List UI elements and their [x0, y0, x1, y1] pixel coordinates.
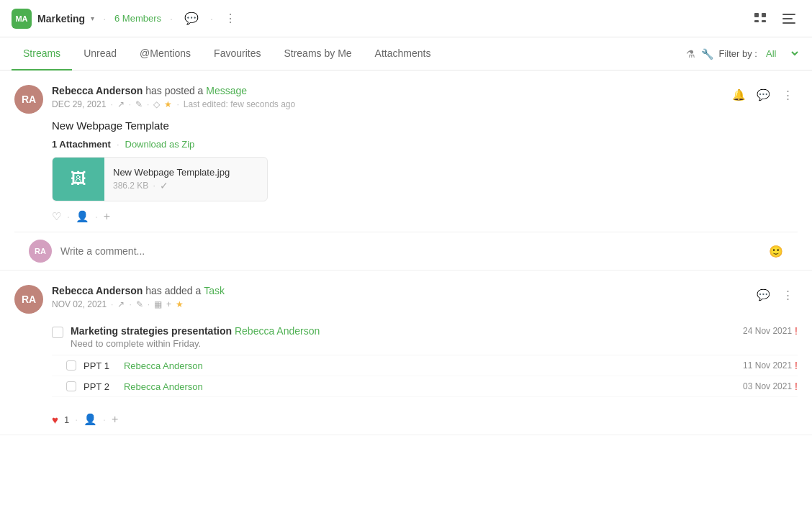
- post2-actions: 💬 ⋮: [753, 285, 798, 305]
- attachment-thumbnail: 🖼: [53, 158, 104, 201]
- image-icon: 🖼: [71, 170, 86, 188]
- attachment-info: New Webpage Template.jpg 386.2 KB · ✓: [104, 161, 238, 197]
- post1-title: New Webpage Template: [52, 119, 798, 132]
- post1-comment-box: RA 🙂: [14, 232, 798, 270]
- post2-external-link-icon[interactable]: ↗: [117, 299, 125, 309]
- tab-unread[interactable]: Unread: [72, 37, 128, 71]
- post1-add-reaction[interactable]: +: [104, 210, 110, 223]
- header-right: [749, 7, 800, 30]
- post1-more-icon[interactable]: ⋮: [777, 85, 798, 105]
- main-task-checkbox[interactable]: [52, 327, 63, 338]
- post2-more-icon[interactable]: ⋮: [777, 285, 798, 305]
- post2-plus-icon[interactable]: +: [166, 299, 171, 309]
- post2-add-reaction[interactable]: +: [112, 413, 118, 426]
- post2-heart-reaction[interactable]: ♥: [52, 414, 58, 426]
- comment-input[interactable]: [60, 245, 760, 257]
- filter-label: Filter by :: [719, 48, 757, 59]
- chat-icon[interactable]: 💬: [181, 9, 202, 28]
- header-left: MA Marketing ▾ · 6 Members · 💬 · ⋮: [12, 9, 749, 29]
- post2-reactions: ♥ 1 · 👤 · +: [52, 413, 798, 435]
- attachment-size: 386.2 KB · ✓: [113, 180, 230, 191]
- priority-icon: !: [795, 325, 798, 337]
- post1-author: Rebecca Anderson: [52, 85, 143, 96]
- subtask2-priority-icon: !: [795, 381, 798, 392]
- main-task: Marketing strategies presentation Rebecc…: [52, 319, 798, 355]
- post1-header: RA Rebecca Anderson has posted a Message…: [14, 85, 798, 114]
- post2-header: RA Rebecca Anderson has added a Task NOV…: [14, 285, 798, 314]
- post1-attachment-label: 1 Attachment · Download as Zip: [52, 139, 798, 150]
- post2-task-add-icon[interactable]: ▦: [154, 299, 162, 309]
- filter-settings-icon[interactable]: 🔧: [701, 48, 713, 60]
- post1-date: DEC 29, 2021: [52, 99, 106, 109]
- attachment-check-icon: ✓: [160, 180, 168, 191]
- post1-action: has posted a: [145, 85, 206, 96]
- tabs-filter: ⚗ 🔧 Filter by : All Mine Team: [686, 47, 800, 60]
- post-task: RA Rebecca Anderson has added a Task NOV…: [0, 271, 812, 435]
- post1-comment-icon[interactable]: 💬: [753, 85, 773, 105]
- svg-rect-3: [762, 20, 766, 22]
- post2-meta: Rebecca Anderson has added a Task NOV 02…: [52, 285, 753, 309]
- subtask1-due: 11 Nov 2021 !: [743, 360, 798, 371]
- post1-avatar: RA: [14, 85, 43, 114]
- post1-content: New Webpage Template 1 Attachment · Down…: [52, 119, 798, 201]
- filter-icon[interactable]: ⚗: [686, 48, 695, 60]
- post1-author-line: Rebecca Anderson has posted a Message: [52, 85, 728, 96]
- tab-attachments[interactable]: Attachments: [364, 37, 443, 71]
- subtask2-checkbox[interactable]: [66, 381, 76, 391]
- workspace-avatar: MA: [12, 9, 32, 29]
- subtask1-assignee: Rebecca Anderson: [124, 360, 203, 371]
- post2-content: Marketing strategies presentation Rebecc…: [52, 319, 798, 406]
- post2-action: has added a: [145, 285, 204, 296]
- svg-rect-0: [754, 13, 759, 17]
- svg-rect-6: [782, 22, 795, 24]
- tabs-bar: Streams Unread @Mentions Favourites Stre…: [0, 37, 812, 71]
- subtask2-due: 03 Nov 2021 !: [743, 381, 798, 392]
- svg-rect-1: [762, 13, 766, 17]
- post1-alarm-icon[interactable]: 🔔: [728, 85, 749, 105]
- attachment-name: New Webpage Template.jpg: [113, 167, 230, 178]
- post1-heart-reaction[interactable]: ♡: [52, 210, 61, 223]
- post1-date-line: DEC 29, 2021 · ↗ · ✎ · ◇ ★ · Last edited…: [52, 99, 728, 109]
- app-header: MA Marketing ▾ · 6 Members · 💬 · ⋮: [0, 0, 812, 37]
- commenter-avatar: RA: [29, 240, 52, 263]
- post2-author-line: Rebecca Anderson has added a Task: [52, 285, 753, 296]
- filter-select[interactable]: All Mine Team: [763, 47, 800, 60]
- post1-actions: 🔔 💬 ⋮: [728, 85, 798, 105]
- svg-rect-4: [782, 14, 795, 15]
- post2-comment-icon[interactable]: 💬: [753, 285, 773, 305]
- subtask-2: PPT 2 Rebecca Anderson 03 Nov 2021 !: [52, 376, 798, 397]
- tab-mentions[interactable]: @Mentions: [128, 37, 202, 71]
- subtask-1: PPT 1 Rebecca Anderson 11 Nov 2021 !: [52, 355, 798, 376]
- tab-streams-by-me[interactable]: Streams by Me: [272, 37, 363, 71]
- post1-bookmark-icon[interactable]: ◇: [153, 99, 160, 109]
- emoji-picker-icon[interactable]: 🙂: [769, 245, 783, 258]
- post2-person-reaction[interactable]: 👤: [84, 413, 97, 426]
- post1-star-icon[interactable]: ★: [164, 99, 172, 109]
- members-link[interactable]: 6 Members: [114, 13, 161, 24]
- more-options-icon[interactable]: ⋮: [222, 9, 239, 28]
- hamburger-menu-icon[interactable]: [777, 7, 800, 30]
- post2-date-line: NOV 02, 2021 · ↗ · ✎ · ▦ + ★: [52, 299, 753, 309]
- main-task-content: Marketing strategies presentation Rebecc…: [71, 325, 736, 349]
- svg-rect-5: [782, 18, 793, 19]
- tab-favourites[interactable]: Favourites: [202, 37, 272, 71]
- post1-download-zip[interactable]: Download as Zip: [125, 139, 195, 150]
- main-task-due: 24 Nov 2021 !: [743, 325, 798, 337]
- post2-edit-icon[interactable]: ✎: [136, 299, 143, 309]
- subtask2-assignee: Rebecca Anderson: [124, 381, 203, 392]
- grid-view-icon[interactable]: [749, 7, 772, 30]
- tab-streams[interactable]: Streams: [12, 37, 72, 71]
- workspace-name: Marketing: [37, 13, 85, 24]
- post1-attachment-card[interactable]: 🖼 New Webpage Template.jpg 386.2 KB · ✓: [52, 157, 268, 201]
- post2-type: Task: [204, 285, 225, 296]
- post2-star-icon[interactable]: ★: [176, 299, 184, 309]
- subtask1-checkbox[interactable]: [66, 360, 76, 371]
- post1-attachment-count: 1 Attachment: [52, 139, 111, 150]
- workspace-chevron-icon[interactable]: ▾: [91, 14, 94, 22]
- post1-person-reaction[interactable]: 👤: [76, 210, 89, 223]
- post1-external-link-icon[interactable]: ↗: [117, 99, 125, 109]
- subtask1-title: PPT 1: [84, 360, 109, 371]
- post1-edit-icon[interactable]: ✎: [135, 99, 143, 109]
- post2-author: Rebecca Anderson: [52, 285, 143, 296]
- post1-last-edited: Last edited: few seconds ago: [184, 99, 295, 109]
